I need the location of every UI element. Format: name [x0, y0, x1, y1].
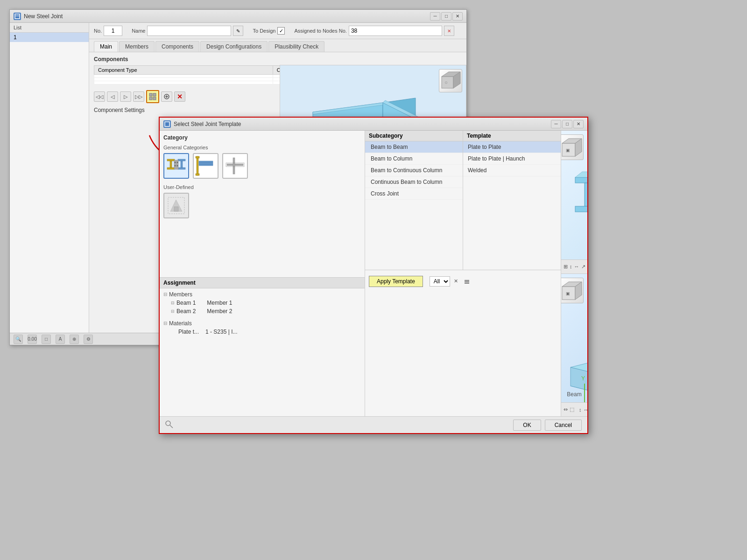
view3d-top: ▣	[561, 131, 587, 273]
svg-rect-51	[585, 183, 587, 206]
beam2-expand-icon[interactable]: ⊟	[171, 309, 175, 314]
materials-expand-icon[interactable]: ⊟	[163, 321, 167, 326]
preview-bottom-toolbar: ⇔ ⬚ ↕ ↔ ↗ ↙ ⬛ ▣ ↺	[561, 402, 587, 416]
subcat-tmpl-top: Subcategory Beam to Beam Beam to Column …	[365, 131, 561, 270]
status-gear-icon[interactable]: ⚙	[84, 335, 93, 344]
beam2-value: Member 2	[207, 308, 232, 315]
status-cursor-icon[interactable]: ⊕	[70, 335, 79, 344]
pt-icon-5[interactable]: ↙	[587, 262, 588, 271]
apply-template-row: Apply Template All ✕	[369, 276, 557, 287]
status-val-icon[interactable]: 0.00	[28, 335, 37, 344]
tab-main[interactable]: Main	[94, 41, 118, 52]
cat-icon-other[interactable]	[222, 153, 248, 179]
tmpl-item-plate-plate[interactable]: Plate to Plate	[463, 141, 561, 153]
status-box-icon[interactable]: □	[42, 335, 51, 344]
tab-plausibility[interactable]: Plausibility Check	[268, 41, 324, 52]
to-design-label: To Design	[253, 28, 275, 34]
tab-design-configs[interactable]: Design Configurations	[200, 41, 268, 52]
pt-icon-2[interactable]: ↕	[569, 262, 573, 271]
preview-bottom: ▣	[561, 274, 587, 417]
ok-btn[interactable]: OK	[513, 420, 541, 431]
svg-rect-24	[181, 161, 183, 168]
minimize-btn[interactable]: ─	[430, 12, 440, 21]
beam-label: Beam	[567, 391, 581, 398]
status-a-icon[interactable]: A	[56, 335, 65, 344]
materials-label: Materials	[169, 320, 192, 327]
dialog-icon	[163, 120, 171, 128]
bg-window-title: New Steel Joint	[24, 13, 63, 20]
left-column: Category General Categories	[160, 131, 365, 416]
svg-rect-0	[15, 14, 20, 19]
svg-rect-38	[233, 158, 235, 174]
cat-icon-beam-column[interactable]	[193, 153, 218, 179]
user-def-label: User-Defined	[163, 184, 361, 190]
beam1-expand-icon[interactable]: ⊟	[171, 301, 175, 305]
user-def-icons-row	[163, 193, 361, 218]
tool-btn-1[interactable]: ◁◁	[94, 91, 105, 102]
pb-icon-y[interactable]: ↔	[583, 405, 588, 414]
filter-clear-icon[interactable]: ✕	[451, 277, 461, 286]
filter-select[interactable]: All	[430, 276, 450, 287]
cat-icon-beam-beam[interactable]	[163, 153, 189, 179]
pt-icon-4[interactable]: ↗	[581, 262, 586, 271]
svg-rect-2	[149, 93, 152, 96]
tool-btn-3[interactable]: ▷	[120, 91, 131, 102]
sidebar-item-1[interactable]: 1	[10, 33, 89, 42]
tab-components[interactable]: Components	[155, 41, 199, 52]
delete-component-btn[interactable]: ✕	[174, 91, 185, 102]
tmpl-item-welded[interactable]: Welded	[463, 165, 561, 176]
preview-top: ▣	[561, 131, 587, 274]
tab-members[interactable]: Members	[119, 41, 155, 52]
dialog-maximize-btn[interactable]: □	[562, 120, 572, 128]
svg-rect-19	[165, 122, 169, 126]
apply-template-btn[interactable]: Apply Template	[369, 276, 423, 287]
subcat-item-cross-joint[interactable]: Cross Joint	[365, 188, 463, 200]
no-input[interactable]	[104, 26, 122, 36]
dialog-minimize-btn[interactable]: ─	[551, 120, 561, 128]
pb-icon-cube[interactable]: ⬚	[569, 405, 575, 414]
name-edit-btn[interactable]: ✎	[233, 26, 243, 36]
members-expand-icon[interactable]: ⊟	[163, 292, 167, 297]
svg-rect-50	[575, 177, 587, 183]
tmpl-item-plate-haunch[interactable]: Plate to Plate | Haunch	[463, 153, 561, 165]
tree-item-beam2: ⊟ Beam 2 Member 2	[163, 307, 361, 315]
search-icon-footer[interactable]	[164, 420, 174, 430]
pb-icon-arrows[interactable]: ⇔	[563, 405, 568, 414]
dialog-close-btn[interactable]: ✕	[573, 120, 584, 128]
cube-nav-bottom[interactable]: ▣	[561, 278, 584, 303]
subcat-item-cont-beam-column[interactable]: Continuous Beam to Column	[365, 176, 463, 188]
template-select-btn[interactable]	[146, 90, 159, 103]
cube-nav-top[interactable]: ▣	[561, 134, 584, 160]
to-design-checkbox[interactable]: ✓	[277, 27, 285, 35]
cancel-btn[interactable]: Cancel	[545, 420, 582, 431]
cat-icon-user-def[interactable]	[163, 193, 189, 218]
subcat-item-beam-beam[interactable]: Beam to Beam	[365, 141, 463, 153]
pt-icon-1[interactable]: ⊞	[563, 262, 568, 271]
template-panel: Template Plate to Plate Plate to Plate |…	[463, 131, 561, 270]
status-search-icon[interactable]: 🔍	[14, 335, 23, 344]
preview-top-toolbar: ⊞ ↕ ↔ ↗ ↙ ⬚ ⬛ ▣ ↺	[561, 259, 587, 273]
fg-dialog: Select Steel Joint Template ─ □ ✕ Catego…	[159, 117, 588, 434]
svg-rect-44	[465, 281, 469, 282]
pt-icon-3[interactable]: ↔	[574, 262, 580, 271]
tool-btn-2[interactable]: ◁	[107, 91, 118, 102]
tool-btn-4[interactable]: ▷▷	[133, 91, 144, 102]
assigned-nodes-edit-btn[interactable]: ✕	[444, 26, 454, 36]
subcat-item-beam-column[interactable]: Beam to Column	[365, 153, 463, 165]
filter-settings-icon[interactable]	[462, 277, 472, 286]
tree-group-materials: ⊟ Materials Plate t... 1 - S235 | I...	[163, 319, 361, 336]
template-header: Template	[463, 131, 561, 141]
members-label: Members	[169, 291, 192, 298]
assigned-nodes-input[interactable]	[349, 26, 442, 36]
svg-text:Y: Y	[581, 375, 585, 382]
assignment-tree: ⊟ Members ⊟ Beam 1 Member 1 ⊟ Beam 2 Mem…	[160, 288, 365, 340]
tool-btn-5[interactable]	[161, 91, 172, 102]
pb-icon-x[interactable]: ↕	[578, 405, 582, 414]
apply-template-area: Apply Template All ✕	[365, 270, 561, 417]
subcat-item-beam-cont-column[interactable]: Beam to Continuous Column	[365, 165, 463, 176]
name-input[interactable]	[147, 26, 231, 36]
maximize-btn[interactable]: □	[441, 12, 451, 21]
close-bg-btn[interactable]: ✕	[452, 12, 463, 21]
name-field: Name ✎	[132, 26, 243, 36]
no-label: No.	[94, 28, 102, 34]
